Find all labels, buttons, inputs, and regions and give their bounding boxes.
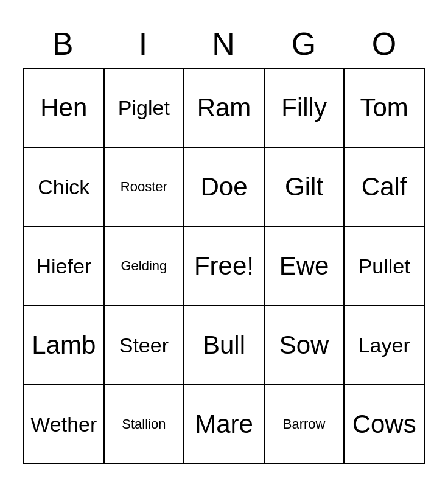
cell-text: Wether [30, 412, 97, 437]
bingo-card: BINGO HenPigletRamFillyTomChickRoosterDo… [11, 10, 437, 477]
bingo-cell-0-1: Piglet [105, 69, 185, 148]
bingo-grid: HenPigletRamFillyTomChickRoosterDoeGiltC… [23, 68, 425, 464]
cell-text: Piglet [118, 96, 170, 121]
header-letter: G [264, 23, 345, 65]
bingo-cell-4-3: Barrow [265, 385, 345, 464]
bingo-cell-3-2: Bull [184, 306, 265, 385]
bingo-cell-4-1: Stallion [105, 385, 185, 464]
bingo-cell-3-0: Lamb [24, 306, 105, 385]
cell-text: Cows [352, 409, 416, 440]
bingo-cell-0-2: Ram [184, 69, 265, 148]
cell-text: Chick [38, 175, 89, 200]
cell-text: Gilt [285, 172, 323, 202]
cell-text: Layer [359, 333, 410, 358]
header-letter: I [103, 23, 184, 65]
bingo-cell-0-0: Hen [24, 69, 105, 148]
cell-text: Mare [195, 409, 253, 440]
bingo-cell-2-4: Pullet [345, 227, 425, 306]
bingo-cell-0-3: Filly [265, 69, 345, 148]
bingo-header: BINGO [23, 23, 425, 65]
cell-text: Hiefer [36, 254, 91, 279]
bingo-cell-3-3: Sow [265, 306, 345, 385]
cell-text: Tom [360, 93, 408, 123]
bingo-cell-2-1: Gelding [105, 227, 185, 306]
bingo-cell-4-0: Wether [24, 385, 105, 464]
bingo-cell-3-1: Steer [105, 306, 185, 385]
cell-text: Free! [194, 251, 254, 281]
cell-text: Filly [281, 93, 327, 123]
cell-text: Steer [119, 333, 169, 358]
header-letter: B [23, 23, 103, 65]
cell-text: Sow [279, 330, 329, 360]
bingo-cell-2-0: Hiefer [24, 227, 105, 306]
cell-text: Stallion [122, 416, 166, 432]
cell-text: Doe [200, 172, 247, 202]
bingo-cell-1-0: Chick [24, 148, 105, 227]
header-letter: N [184, 23, 264, 65]
cell-text: Gelding [121, 258, 167, 274]
bingo-cell-2-2: Free! [184, 227, 265, 306]
cell-text: Lamb [32, 330, 96, 360]
bingo-cell-3-4: Layer [345, 306, 425, 385]
bingo-cell-1-1: Rooster [105, 148, 185, 227]
cell-text: Ewe [279, 251, 329, 281]
cell-text: Bull [203, 330, 245, 360]
bingo-cell-1-3: Gilt [265, 148, 345, 227]
bingo-cell-4-2: Mare [184, 385, 265, 464]
bingo-cell-4-4: Cows [345, 385, 425, 464]
header-letter: O [345, 23, 425, 65]
bingo-cell-2-3: Ewe [265, 227, 345, 306]
cell-text: Ram [197, 93, 251, 123]
bingo-cell-1-4: Calf [345, 148, 425, 227]
cell-text: Barrow [283, 416, 326, 432]
cell-text: Hen [40, 93, 87, 123]
bingo-cell-0-4: Tom [345, 69, 425, 148]
bingo-cell-1-2: Doe [184, 148, 265, 227]
cell-text: Rooster [121, 179, 167, 195]
cell-text: Calf [362, 172, 407, 202]
cell-text: Pullet [359, 254, 410, 279]
